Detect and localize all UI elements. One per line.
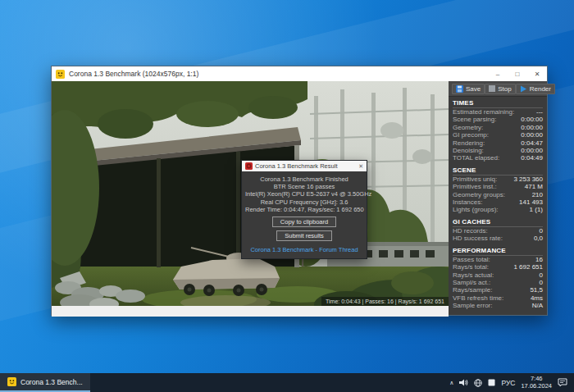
stat-row: Instances:141 493 [453, 198, 543, 206]
stop-label: Stop [498, 85, 511, 93]
stat-value: 0 [540, 279, 543, 286]
dialog-title: Corona 1.3 Benchmark Result [255, 162, 356, 170]
dialog-close-icon[interactable]: ✕ [358, 163, 363, 170]
stat-row: Geometry:0:00:00 [453, 124, 543, 131]
clock-date: 17.06.2024 [521, 383, 552, 390]
stat-label: Sample error: [453, 302, 492, 309]
stat-label: Rendering: [453, 139, 485, 147]
stat-value: 0 [540, 271, 543, 279]
result-line: Real CPU Frequency [GHz]: 3.6 [245, 198, 363, 206]
stat-row: GI precomp:0:00:00 [453, 131, 543, 139]
result-line: BTR Scene 16 passes [245, 183, 363, 190]
stat-row: Rays/s actual:0 [453, 271, 543, 279]
stat-value: 4ms [531, 294, 543, 302]
stat-value: 0:00:00 [521, 116, 543, 123]
render-button[interactable]: Render [516, 84, 555, 94]
stat-value: 1 (1) [530, 206, 543, 213]
stat-value: N/A [532, 302, 543, 309]
clock[interactable]: 7:46 17.06.2024 [521, 376, 552, 390]
stat-label: Denoising: [453, 147, 484, 154]
window-controls: – □ ✕ [488, 66, 547, 81]
maximize-button[interactable]: □ [508, 66, 527, 81]
stat-row: HD records:0 [453, 227, 543, 235]
stat-value: 51,5 [530, 286, 543, 294]
stat-label: Rays/sample: [453, 286, 492, 294]
dialog-titlebar[interactable]: Corona 1.3 Benchmark Result ✕ [242, 161, 367, 171]
save-icon [456, 85, 463, 93]
volume-icon[interactable] [459, 379, 468, 386]
stat-label: Sampl/s act.: [453, 279, 490, 286]
taskbar-app-corona[interactable]: Corona 1.3 Bench... [0, 373, 90, 392]
corona-app-icon [7, 377, 16, 386]
panel-toolbar: Save Stop Render [449, 81, 547, 97]
system-tray: ∧ РУС 7:46 17.06.2024 [449, 373, 574, 392]
stats-body: TIMES Estimated remaining:--- Scene pars… [449, 97, 547, 315]
stat-value: --- [536, 108, 543, 116]
stat-row: Lights (groups):1 (1) [453, 206, 543, 213]
copy-to-clipboard-button[interactable]: Copy to clipboard [272, 217, 336, 227]
stat-label: TOTAL elapsed: [453, 154, 499, 162]
corona-benchmark-window: Corona 1.3 Benchmark (1024x576px, 1:1) –… [51, 66, 548, 316]
stat-value: 0,0 [534, 235, 543, 242]
stat-label: VFB refresh time: [453, 294, 503, 302]
section-times: TIMES [453, 99, 543, 108]
stat-label: GI precomp: [453, 131, 489, 139]
stat-row: Primitives inst.:471 M [453, 183, 543, 190]
stat-label: Rays/s actual: [453, 271, 494, 279]
action-center-icon[interactable] [558, 378, 567, 387]
stat-value: 0:04:47 [521, 139, 543, 147]
stop-icon [489, 85, 495, 92]
stat-row: HD success rate:0,0 [453, 235, 543, 242]
stat-label: Rays/s total: [453, 263, 489, 271]
stat-label: Instances: [453, 198, 482, 206]
stat-label: Passes total: [453, 256, 490, 263]
stat-row: Rays/sample:51,5 [453, 286, 543, 294]
taskbar: Corona 1.3 Bench... ∧ РУС 7:46 17.06.202… [0, 373, 574, 392]
close-button[interactable]: ✕ [527, 66, 547, 81]
network-icon[interactable] [474, 379, 482, 387]
stat-value: 0:00:00 [521, 131, 543, 139]
window-titlebar[interactable]: Corona 1.3 Benchmark (1024x576px, 1:1) –… [52, 66, 547, 81]
stat-label: Scene parsing: [453, 116, 496, 123]
stat-value: 16 [535, 256, 543, 263]
forum-thread-link[interactable]: Corona 1.3 Benchmark - Forum Thread [245, 246, 363, 253]
stat-row: Passes total:16 [453, 256, 543, 263]
save-label: Save [466, 85, 481, 93]
minimize-button[interactable]: – [488, 66, 508, 81]
stat-value: 141 493 [519, 198, 543, 206]
save-button[interactable]: Save [452, 84, 485, 94]
stat-label: Lights (groups): [453, 206, 499, 213]
section-gi-caches: GI CACHES [453, 218, 543, 227]
stat-row: Rays/s total:1 692 651 [453, 263, 543, 271]
corona-app-icon [56, 70, 65, 79]
window-title: Corona 1.3 Benchmark (1024x576px, 1:1) [69, 70, 488, 78]
dialog-body: Corona 1.3 Benchmark Finished BTR Scene … [242, 171, 367, 258]
render-play-icon [520, 85, 527, 93]
stat-row: VFB refresh time:4ms [453, 294, 543, 302]
taskbar-app-label: Corona 1.3 Bench... [20, 378, 83, 386]
stat-value: 210 [532, 191, 543, 198]
desktop: Corona 1.3 Benchmark (1024x576px, 1:1) –… [0, 0, 574, 392]
stat-label: HD records: [453, 227, 488, 235]
section-performance: PERFORMANCE [453, 247, 543, 256]
stat-value: 0:04:49 [521, 154, 543, 162]
stat-row: TOTAL elapsed:0:04:49 [453, 154, 543, 162]
chevron-up-icon[interactable]: ∧ [449, 380, 453, 386]
stat-row: Primitives uniq:3 253 360 [453, 175, 543, 183]
submit-results-button[interactable]: Submit results [276, 230, 332, 241]
stat-value: 3 253 360 [513, 175, 543, 183]
result-line: Corona 1.3 Benchmark Finished [245, 175, 363, 183]
tray-app-icon[interactable] [488, 379, 495, 386]
render-status-overlay: Time: 0:04:43 | Passes: 16 | Rays/s: 1 6… [321, 297, 449, 306]
stat-value: 0:00:00 [521, 124, 543, 131]
stop-button[interactable]: Stop [485, 84, 515, 94]
stat-label: Geometry groups: [453, 191, 505, 198]
stat-row: Geometry groups:210 [453, 191, 543, 198]
stat-value: 0:00:00 [521, 147, 543, 154]
stat-row: Sampl/s act.:0 [453, 279, 543, 286]
result-line: Intel(R) Xeon(R) CPU E5-2637 v4 @ 3.50GH… [245, 190, 363, 198]
render-label: Render [530, 85, 551, 93]
stat-label: Geometry: [453, 124, 483, 131]
language-indicator[interactable]: РУС [501, 379, 515, 387]
stat-label: Primitives inst.: [453, 183, 497, 190]
